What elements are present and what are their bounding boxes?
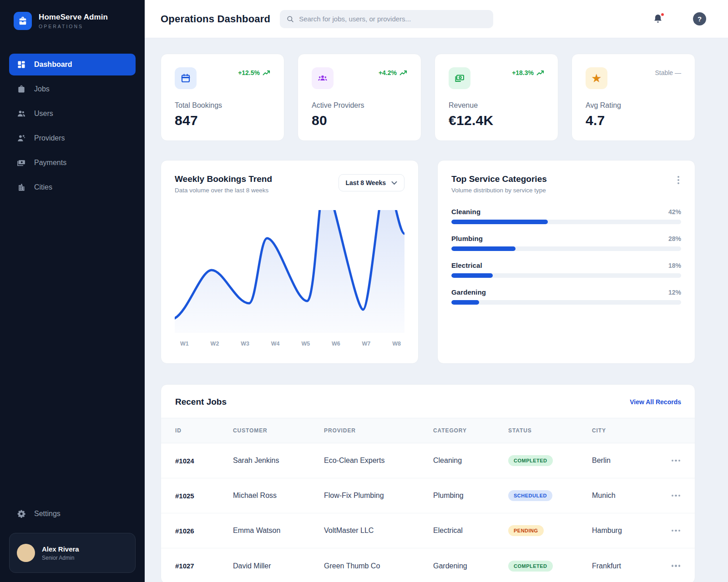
job-category: Electrical: [433, 527, 508, 535]
row-actions-button[interactable]: [649, 492, 681, 500]
column-header-category: CATEGORY: [433, 427, 508, 434]
stat-card-total-bookings: +12.5% Total Bookings 847: [161, 54, 284, 141]
range-select[interactable]: Last 8 Weeks: [339, 174, 404, 191]
category-percent: 42%: [668, 208, 681, 216]
top-bar: Operations Dashboard ?: [145, 0, 728, 38]
stat-card-active-providers: +4.2% Active Providers 80: [298, 54, 421, 141]
stat-value: €12.4K: [449, 113, 544, 128]
sidebar-item-settings[interactable]: Settings: [9, 503, 136, 525]
sidebar-nav: Dashboard Jobs Users Providers Payments: [9, 54, 136, 201]
group-icon: [312, 67, 334, 89]
trending-up-icon: [536, 70, 544, 76]
gear-icon: [17, 509, 26, 518]
progress-track: [451, 220, 681, 224]
job-id: #1025: [175, 492, 233, 500]
table-header-row: ID CUSTOMER PROVIDER CATEGORY STATUS CIT…: [161, 418, 695, 443]
dashboard-icon: [17, 60, 26, 69]
category-label: Plumbing: [451, 235, 483, 242]
category-row: Plumbing 28%: [451, 235, 681, 251]
sidebar-item-users[interactable]: Users: [9, 103, 136, 125]
progress-fill: [451, 273, 493, 278]
category-label: Gardening: [451, 288, 486, 296]
stat-label: Revenue: [449, 101, 544, 110]
job-customer: Sarah Jenkins: [233, 457, 324, 465]
progress-track: [451, 300, 681, 305]
stat-label: Active Providers: [312, 101, 407, 110]
notification-dot: [661, 13, 664, 16]
stats-row: +12.5% Total Bookings 847 +4.2%: [161, 54, 695, 141]
stat-label: Avg Rating: [586, 101, 681, 110]
job-city: Hamburg: [592, 527, 649, 535]
stat-value: 4.7: [586, 113, 681, 128]
stat-card-revenue: +18.3% Revenue €12.4K: [435, 54, 558, 141]
user-profile-card[interactable]: Alex Rivera Senior Admin: [9, 533, 136, 573]
search-input[interactable]: [299, 15, 487, 23]
notifications-button[interactable]: [652, 13, 664, 25]
brand-subtitle: OPERATIONS: [39, 24, 108, 29]
x-axis-labels: W1 W2 W3 W4 W5 W6 W7 W8: [175, 341, 404, 347]
trending-up-icon: [399, 70, 407, 76]
job-category: Gardening: [433, 562, 508, 570]
panel-menu-button[interactable]: [676, 174, 681, 186]
job-category: Cleaning: [433, 457, 508, 465]
view-all-records-link[interactable]: View All Records: [630, 398, 681, 406]
trend-indicator: Stable —: [655, 69, 681, 76]
table-row: #1026 Emma Watson VoltMaster LLC Electri…: [161, 513, 695, 548]
sidebar-item-label: Settings: [34, 510, 61, 518]
sidebar-item-label: Providers: [34, 134, 65, 142]
toolbox-icon: [18, 16, 28, 26]
row-actions-button[interactable]: [649, 562, 681, 570]
sidebar-item-jobs[interactable]: Jobs: [9, 78, 136, 100]
job-id: #1026: [175, 527, 233, 535]
category-list: Cleaning 42% Plumbing 28%: [451, 208, 681, 305]
range-select-value: Last 8 Weeks: [346, 179, 386, 186]
category-row: Electrical 18%: [451, 261, 681, 278]
table-row: #1024 Sarah Jenkins Eco-Clean Experts Cl…: [161, 443, 695, 478]
user-name: Alex Rivera: [42, 545, 79, 553]
progress-fill: [451, 220, 548, 224]
search-icon: [286, 15, 294, 23]
job-category: Plumbing: [433, 492, 508, 500]
star-icon: ★: [586, 67, 607, 89]
stat-value: 80: [312, 113, 407, 128]
row-actions-button[interactable]: [649, 457, 681, 465]
briefcase-icon: [17, 85, 26, 94]
category-percent: 12%: [668, 289, 681, 296]
column-header-customer: CUSTOMER: [233, 427, 324, 434]
row-actions-button[interactable]: [649, 527, 681, 535]
sidebar-item-dashboard[interactable]: Dashboard: [9, 54, 136, 75]
category-row: Cleaning 42%: [451, 208, 681, 224]
status-badge: PENDING: [508, 525, 544, 536]
sidebar-item-payments[interactable]: Payments: [9, 152, 136, 174]
users-icon: [17, 109, 26, 118]
progress-track: [451, 273, 681, 278]
sidebar: HomeServe Admin OPERATIONS Dashboard Job…: [0, 0, 145, 582]
job-provider: VoltMaster LLC: [324, 527, 433, 535]
panel-title: Weekly Bookings Trend: [175, 174, 272, 184]
building-icon: [17, 183, 26, 192]
recent-jobs-title: Recent Jobs: [175, 397, 227, 407]
stat-label: Total Bookings: [175, 101, 270, 110]
job-city: Berlin: [592, 457, 649, 465]
job-id: #1027: [175, 562, 233, 570]
trend-indicator: +18.3%: [512, 69, 544, 76]
status-badge: COMPLETED: [508, 561, 553, 572]
job-customer: Emma Watson: [233, 527, 324, 535]
table-row: #1027 David Miller Green Thumb Co Garden…: [161, 548, 695, 582]
charts-row: Weekly Bookings Trend Data volume over t…: [161, 160, 695, 364]
job-id: #1024: [175, 457, 233, 465]
category-label: Electrical: [451, 261, 482, 269]
category-percent: 28%: [668, 235, 681, 242]
recent-jobs-card: Recent Jobs View All Records ID CUSTOMER…: [161, 384, 695, 582]
help-button[interactable]: ?: [693, 12, 706, 25]
sidebar-item-label: Dashboard: [34, 60, 72, 69]
trend-indicator: +4.2%: [379, 69, 407, 76]
status-badge: SCHEDULED: [508, 490, 552, 501]
category-percent: 18%: [668, 262, 681, 269]
job-city: Munich: [592, 492, 649, 500]
stat-value: 847: [175, 113, 270, 128]
sidebar-item-cities[interactable]: Cities: [9, 176, 136, 198]
sidebar-item-providers[interactable]: Providers: [9, 127, 136, 149]
table-row: #1025 Michael Ross Flow-Fix Plumbing Plu…: [161, 478, 695, 513]
sidebar-item-label: Cities: [34, 183, 52, 191]
